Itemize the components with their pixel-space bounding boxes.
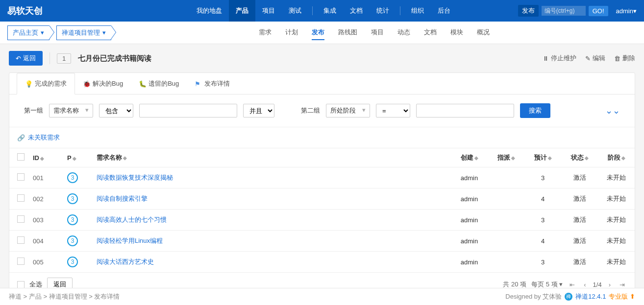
subnav-item[interactable]: 需求 (259, 25, 272, 40)
tab-flag[interactable]: ⚑发布详情 (187, 73, 238, 94)
first-page-icon[interactable]: ⇤ (568, 281, 577, 288)
go-button[interactable]: GO! (589, 6, 608, 16)
back-button[interactable]: ↶返回 (9, 51, 43, 66)
value1-input[interactable] (139, 104, 237, 117)
cell-status: 激活 (561, 252, 598, 273)
col-create[interactable]: 创建◆ (451, 148, 488, 167)
user-menu[interactable]: admin▾ (616, 7, 637, 15)
sort-icon: ◆ (511, 155, 515, 161)
story-link[interactable]: 阅读大话西方艺术史 (97, 258, 154, 265)
col-name-label: 需求名称 (97, 154, 122, 161)
sort-icon: ◆ (585, 155, 589, 161)
field1-select[interactable]: 需求名称 ▾ (49, 104, 93, 117)
last-page-icon[interactable]: ⇥ (618, 281, 627, 288)
story-link[interactable]: 阅读轻松学用Linux编程 (97, 237, 163, 244)
publish-button[interactable]: 发布 (518, 5, 539, 17)
subnav-item[interactable]: 路线图 (338, 25, 357, 40)
row-checkbox[interactable] (17, 236, 25, 244)
select-all-footer-checkbox[interactable] (17, 281, 25, 288)
project-dropdown[interactable]: 禅道项目管理 ▾ (56, 25, 111, 40)
cell-id: 003 (29, 210, 63, 231)
group2-label: 第二组 (301, 106, 320, 115)
nav-item[interactable]: 产品 (229, 0, 255, 22)
breadcrumb-item[interactable]: 禅道 (9, 293, 22, 300)
col-stage[interactable]: 阶段◆ (598, 148, 635, 167)
version-link[interactable]: 禅道12.4.1 (575, 292, 606, 301)
nav-item[interactable]: 后台 (431, 0, 457, 22)
chevron-down-icon: ▾ (41, 29, 44, 36)
col-p[interactable]: P◆ (63, 148, 93, 167)
story-link[interactable]: 阅读数据恢复技术深度揭秘 (97, 174, 173, 181)
subnav-item[interactable]: 计划 (285, 25, 298, 40)
row-checkbox[interactable] (17, 194, 25, 202)
per-page-label: 每页 5 项 (531, 281, 557, 288)
back-arrow-icon: ↶ (16, 55, 21, 62)
chevron-down-icon: ▾ (559, 281, 563, 288)
cell-name: 阅读自制搜索引擎 (93, 188, 451, 210)
subnav-item[interactable]: 文档 (424, 25, 437, 40)
unlinked-label: 未关联需求 (28, 133, 60, 142)
cell-stage: 未开始 (598, 167, 635, 188)
subnav-item[interactable]: 模块 (450, 25, 463, 40)
row-checkbox[interactable] (17, 215, 25, 223)
col-est-label: 预计 (534, 154, 547, 161)
next-page-icon[interactable]: › (607, 281, 613, 288)
col-name[interactable]: 需求名称◆ (93, 148, 451, 167)
subnav-item[interactable]: 项目 (371, 25, 384, 40)
col-est[interactable]: 预计◆ (524, 148, 561, 167)
row-checkbox[interactable] (17, 173, 25, 181)
brand-logo: 易软天创 (7, 5, 43, 17)
nav-item[interactable]: 测试 (282, 0, 308, 22)
story-link[interactable]: 阅读高效人士的七个习惯 (97, 216, 167, 223)
breadcrumb-item[interactable]: 发布详情 (94, 293, 120, 300)
subnav-item[interactable]: 概况 (477, 25, 490, 40)
sort-icon: ◆ (123, 155, 127, 161)
prev-page-icon[interactable]: ‹ (582, 281, 588, 288)
story-link[interactable]: 阅读自制搜索引擎 (97, 195, 148, 202)
cell-status: 激活 (561, 210, 598, 231)
breadcrumb-item[interactable]: 产品 (29, 293, 42, 300)
expand-search-icon[interactable]: ⌄⌄ (605, 105, 620, 116)
field2-select[interactable]: 所处阶段 ▾ (326, 104, 370, 117)
search-button[interactable]: 搜索 (520, 103, 550, 118)
col-id[interactable]: ID◆ (29, 148, 63, 167)
row-checkbox[interactable] (17, 258, 25, 265)
value2-input[interactable] (416, 104, 514, 117)
edit-label: 编辑 (593, 54, 605, 63)
nav-item[interactable]: 集成 (317, 0, 343, 22)
cell-stage: 未开始 (598, 252, 635, 273)
priority-badge: 3 (67, 193, 78, 204)
col-assign[interactable]: 指派◆ (488, 148, 524, 167)
nav-item[interactable]: 组织 (404, 0, 431, 22)
tab-bulb[interactable]: 💡完成的需求 (17, 73, 75, 94)
op1-select[interactable]: 包含 (99, 104, 133, 117)
zentao-logo-icon: 禅 (565, 293, 572, 301)
breadcrumb-item[interactable]: 禅道项目管理 (49, 293, 87, 300)
select-all-checkbox[interactable] (17, 153, 25, 161)
cell-create: admin (451, 252, 488, 273)
pause-icon: ⏸ (543, 55, 549, 62)
col-status[interactable]: 状态◆ (561, 148, 598, 167)
cell-priority: 3 (63, 252, 93, 273)
subnav-item[interactable]: 动态 (397, 25, 410, 40)
logic-select[interactable]: 并且 (243, 104, 274, 117)
tab-bug1[interactable]: 🐞解决的Bug (75, 73, 131, 94)
tab-bug2[interactable]: 🐛遗留的Bug (131, 73, 187, 94)
unlinked-header[interactable]: 🔗 未关联需求 (9, 127, 635, 148)
col-p-label: P (67, 154, 72, 162)
nav-item[interactable]: 项目 (255, 0, 282, 22)
product-home-dropdown[interactable]: 产品主页 ▾ (7, 25, 50, 40)
op2-select[interactable]: = (376, 104, 410, 117)
pause-button[interactable]: ⏸停止维护 (543, 54, 576, 63)
nav-separator (400, 6, 400, 15)
cell-name: 阅读高效人士的七个习惯 (93, 210, 451, 231)
nav-item[interactable]: 我的地盘 (190, 0, 229, 22)
nav-item[interactable]: 统计 (370, 0, 396, 22)
nav-item[interactable]: 文档 (343, 0, 370, 22)
edit-icon: ✎ (585, 55, 591, 62)
edit-button[interactable]: ✎编辑 (585, 54, 605, 63)
col-status-label: 状态 (571, 154, 584, 161)
subnav-item[interactable]: 发布 (312, 25, 324, 40)
delete-button[interactable]: 🗑删除 (614, 54, 635, 63)
search-id-input[interactable] (542, 6, 586, 16)
